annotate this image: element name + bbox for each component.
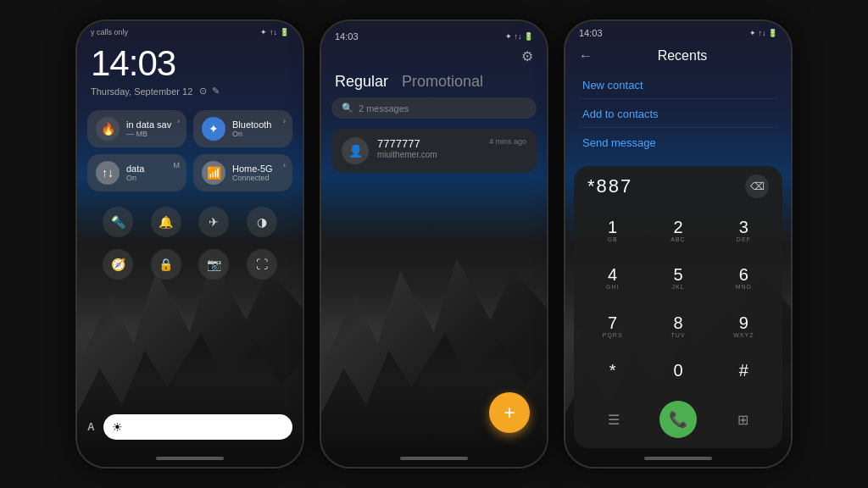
key-4[interactable]: 4 GHI [581, 255, 644, 302]
tile-arrow-4: › [283, 161, 286, 169]
key-hash[interactable]: # [712, 351, 776, 391]
wifi-title: Home-5G [232, 164, 284, 174]
theme-btn[interactable]: ◑ [247, 207, 277, 237]
tile-arrow-3: M [174, 161, 181, 169]
calendar-icon: ⊙ [199, 86, 207, 97]
key-9[interactable]: 9 WXYZ [712, 302, 776, 349]
delete-button[interactable]: ⌫ [745, 175, 769, 198]
home-indicator-3 [644, 457, 712, 460]
key-1[interactable]: 1 GB [581, 207, 644, 253]
key-5-letters: JKL [671, 284, 684, 290]
fab-compose[interactable]: + [489, 392, 530, 433]
dialer-grid-icon[interactable]: ⊞ [737, 412, 748, 428]
phones-container: y calls only ✦ ↑↓ 🔋 14:03 Thursday, Sept… [0, 0, 868, 488]
status-icons-3: ✦ ↑↓ 🔋 [749, 29, 777, 37]
key-0-num: 0 [673, 361, 682, 380]
flashlight-btn[interactable]: 🔦 [103, 207, 133, 237]
status-bar-2: 14:03 ✦ ↑↓ 🔋 [335, 28, 533, 45]
search-placeholder: 2 messages [359, 103, 409, 114]
key-3[interactable]: 3 DEF [712, 207, 776, 253]
dialer-keypad: 1 GB 2 ABC 3 DEF 4 GHI [574, 203, 782, 394]
battery-icon: 🔋 [280, 28, 289, 36]
airplane-btn[interactable]: ✈ [198, 207, 229, 237]
status-bar-1: y calls only ✦ ↑↓ 🔋 [77, 21, 303, 40]
camera-btn[interactable]: 📷 [198, 249, 229, 280]
dialer-number: *887 [587, 175, 632, 197]
dialer-panel: *887 ⌫ 1 GB 2 ABC 3 D [574, 166, 782, 448]
recents-title: Recents [601, 48, 777, 64]
status-time-2: 14:03 [335, 31, 359, 42]
back-button[interactable]: ← [579, 48, 593, 64]
cc-bottom-bar: A ☀ [77, 408, 303, 453]
key-5-num: 5 [673, 265, 682, 284]
status-calls-only: y calls only [91, 28, 128, 36]
bluetooth-title: Bluetooth [232, 119, 284, 130]
font-small-label: A [87, 421, 95, 433]
cc-tile-bluetooth[interactable]: ✦ Bluetooth On › [193, 110, 292, 147]
phone1-content: y calls only ✦ ↑↓ 🔋 14:03 Thursday, Sept… [77, 21, 303, 467]
cc-tile-data-saver[interactable]: 🔥 in data sav — MB › [87, 110, 186, 147]
notif-header: 14:03 ✦ ↑↓ 🔋 [321, 21, 547, 48]
lock-btn[interactable]: 🔒 [151, 249, 181, 280]
notification-card-0[interactable]: 👤 7777777 miuithemer.com 4 mins ago [331, 129, 537, 173]
home-indicator-1 [156, 457, 224, 460]
settings-icon[interactable]: ⚙ [521, 48, 533, 64]
action-send-message[interactable]: Send message [579, 130, 777, 156]
key-4-letters: GHI [606, 284, 619, 290]
notif-avatar: 👤 [342, 137, 369, 164]
home-indicator-2 [400, 457, 468, 460]
status-icons-1: ✦ ↑↓ 🔋 [260, 28, 289, 36]
key-9-num: 9 [739, 313, 748, 332]
mobile-data-sub: On [126, 174, 178, 182]
location-btn[interactable]: 🧭 [103, 249, 133, 280]
dialer-display: *887 ⌫ [574, 166, 782, 203]
fab-icon: + [504, 401, 515, 424]
key-star[interactable]: * [581, 351, 644, 391]
key-5[interactable]: 5 JKL [646, 255, 709, 302]
phone3-content: 14:03 ✦ ↑↓ 🔋 ← Recents New contact Add t… [565, 21, 791, 467]
action-new-contact[interactable]: New contact [579, 72, 777, 99]
tab-promotional[interactable]: Promotional [402, 73, 483, 91]
cc-date-text: Thursday, September 12 [91, 86, 192, 97]
key-0[interactable]: 0 [646, 351, 709, 391]
key-7[interactable]: 7 PQRS [581, 302, 644, 349]
notif-time: 4 mins ago [489, 137, 526, 146]
key-3-letters: DEF [737, 236, 751, 242]
key-7-num: 7 [608, 313, 617, 332]
key-1-num: 1 [608, 218, 617, 236]
data-saver-title: in data sav [126, 119, 178, 130]
wifi-sub: Connected [232, 174, 284, 182]
key-6[interactable]: 6 MNO [712, 255, 776, 302]
status-time-3: 14:03 [579, 28, 603, 38]
call-button[interactable]: 📞 [659, 401, 697, 438]
key-star-num: * [609, 361, 616, 380]
action-add-to-contacts[interactable]: Add to contacts [579, 101, 777, 128]
edit-icon: ✎ [212, 86, 220, 97]
notif-search-bar[interactable]: 🔍 2 messages [331, 97, 537, 119]
cc-icons-row-1: 🔦 🔔 ✈ ◑ [77, 198, 303, 246]
notification-btn[interactable]: 🔔 [151, 207, 181, 237]
key-2[interactable]: 2 ABC [646, 207, 709, 253]
mobile-data-icon: ↑↓ [96, 161, 120, 185]
phone-3: 14:03 ✦ ↑↓ 🔋 ← Recents New contact Add t… [564, 19, 793, 469]
notif-subtitle: miuithemer.com [377, 150, 481, 159]
brightness-slider[interactable]: ☀ [103, 414, 292, 440]
status-icons-2: ✦ ↑↓ 🔋 [505, 32, 533, 41]
status-bar-3: 14:03 ✦ ↑↓ 🔋 [565, 21, 791, 42]
key-6-num: 6 [739, 265, 748, 284]
key-9-letters: WXYZ [733, 332, 754, 338]
screenshot-btn[interactable]: ⛶ [247, 249, 277, 280]
data-saver-sub: — MB [126, 130, 178, 138]
cc-tile-wifi[interactable]: 📶 Home-5G Connected › [193, 154, 292, 191]
key-8[interactable]: 8 TUV [646, 302, 709, 349]
wifi-icon: 📶 [202, 161, 225, 185]
cc-tiles-grid: 🔥 in data sav — MB › ✦ Bluetooth On › [77, 103, 303, 198]
tab-regular[interactable]: Regular [335, 73, 388, 91]
bluetooth-sub: On [232, 130, 284, 138]
tile-arrow: › [177, 117, 180, 125]
key-2-letters: ABC [670, 236, 685, 242]
dialer-menu-icon[interactable]: ☰ [608, 412, 620, 428]
recents-header: ← Recents [565, 42, 791, 67]
cc-tile-mobile-data[interactable]: ↑↓ data On M [87, 154, 186, 191]
brightness-icon: ☀ [112, 420, 123, 434]
